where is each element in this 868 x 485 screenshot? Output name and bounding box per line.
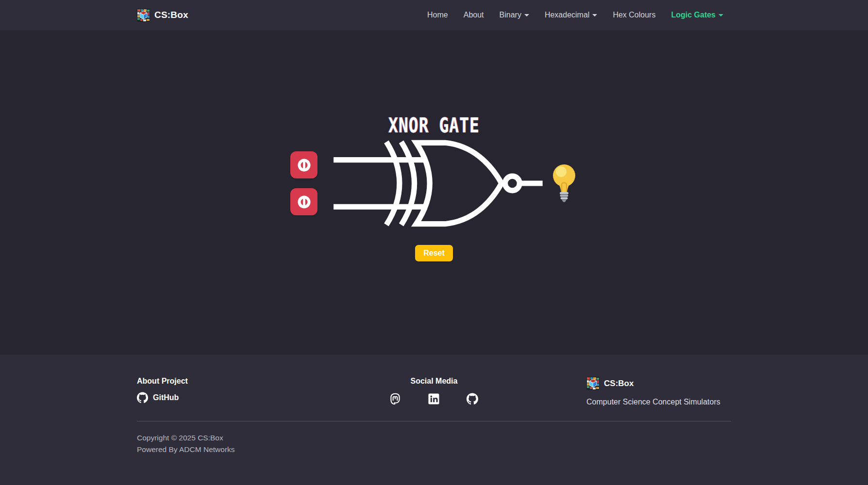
nav-item-binary-dropdown[interactable]: Binary <box>492 7 537 23</box>
social-media-heading: Social Media <box>411 377 458 386</box>
chevron-down-icon <box>718 14 723 16</box>
nav-item-home[interactable]: Home <box>419 7 456 23</box>
github-link[interactable]: GitHub <box>137 392 333 403</box>
navbar: CS:Box Home About Binary Hexadecimal Hex… <box>0 0 868 30</box>
csbox-logo-icon <box>586 377 600 390</box>
nav-item-hexadecimal-dropdown[interactable]: Hexadecimal <box>537 7 605 23</box>
mastodon-icon[interactable] <box>389 393 401 406</box>
about-project-heading: About Project <box>137 377 333 386</box>
nav-links: Home About Binary Hexadecimal Hex Colour… <box>419 7 731 23</box>
linkedin-icon[interactable] <box>428 393 439 406</box>
nav-item-logic-gates-dropdown[interactable]: Logic Gates <box>663 7 731 23</box>
chevron-down-icon <box>592 14 597 16</box>
reset-button[interactable]: Reset <box>415 245 453 261</box>
zero-power-icon <box>297 158 312 173</box>
input-toggles <box>290 151 317 215</box>
footer-divider <box>137 421 731 421</box>
nav-item-hex-colours[interactable]: Hex Colours <box>605 7 663 23</box>
csbox-logo-icon <box>137 9 150 22</box>
footer-social-media: Social Media <box>333 377 535 406</box>
github-icon <box>137 392 148 403</box>
powered-by-text: Powered By ADCM Networks <box>137 444 731 455</box>
simulator-page: XNOR GATE <box>0 30 868 355</box>
page-title: XNOR GATE <box>0 30 868 137</box>
gate-diagram <box>0 138 868 228</box>
brand-name: CS:Box <box>154 10 188 20</box>
github-link-label: GitHub <box>153 393 179 402</box>
input-b-toggle-button[interactable] <box>290 188 317 215</box>
footer-about-project: About Project GitHub <box>137 377 333 403</box>
brand[interactable]: CS:Box <box>137 9 188 22</box>
github-icon[interactable] <box>467 393 478 406</box>
zero-power-icon <box>297 194 312 210</box>
nav-item-about[interactable]: About <box>456 7 492 23</box>
footer-tagline: Computer Science Concept Simulators <box>586 398 720 406</box>
xnor-gate-icon <box>331 138 544 228</box>
footer-brand: CS:Box Computer Science Concept Simulato… <box>535 377 731 406</box>
chevron-down-icon <box>524 14 529 16</box>
reset-row: Reset <box>0 245 868 261</box>
input-a-toggle-button[interactable] <box>290 151 317 178</box>
footer-brand-name: CS:Box <box>604 379 634 388</box>
copyright-text: Copyright © 2025 CS:Box <box>137 432 731 444</box>
lightbulb-on-icon <box>551 163 578 204</box>
footer: About Project GitHub Social Media <box>0 355 868 485</box>
